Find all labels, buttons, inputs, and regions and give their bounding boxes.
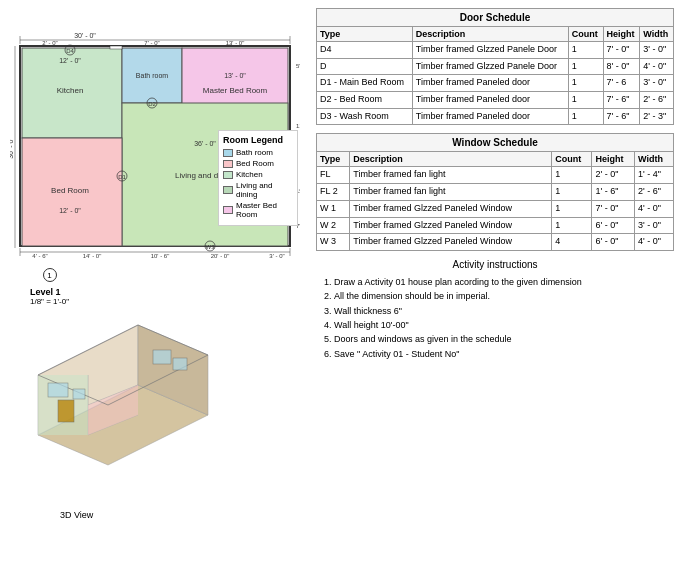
window-table-row: W 2 Timber framed Glzzed Paneled Window … [317,217,674,234]
door-desc: Timber framed Glzzed Panele Door [412,58,568,75]
svg-text:13' - 0": 13' - 0" [224,72,246,79]
win-width: 2' - 6" [635,184,674,201]
win-desc: Timber framed fan light [350,184,552,201]
svg-text:D4: D4 [66,48,74,54]
win-width: 4' - 0" [635,234,674,251]
legend-color-box [223,149,233,157]
win-type: FL 2 [317,184,350,201]
door-table-row: D1 - Main Bed Room Timber framed Paneled… [317,75,674,92]
svg-rect-59 [153,350,171,364]
3d-view [8,295,228,515]
activity-item: Wall height 10'-00" [334,318,674,332]
win-count: 1 [552,217,592,234]
door-col-desc: Description [412,27,568,42]
svg-rect-34 [110,46,122,49]
door-type: D1 - Main Bed Room [317,75,413,92]
window-schedule-title: Window Schedule [316,133,674,151]
win-width: 1' - 4" [635,167,674,184]
door-count: 1 [568,58,603,75]
door-desc: Timber framed Paneled door [412,75,568,92]
window-table-row: FL 2 Timber framed fan light 1 1' - 6" 2… [317,184,674,201]
win-desc: Timber framed Glzzed Paneled Window [350,234,552,251]
room-legend: Room Legend Bath room Bed Room Kitchen L… [218,130,298,226]
door-width: 3' - 0" [640,75,674,92]
door-count: 1 [568,108,603,125]
door-table-row: D2 - Bed Room Timber framed Paneled door… [317,92,674,109]
activity-item: Wall thickness 6" [334,304,674,318]
win-height: 6' - 0" [592,217,635,234]
3d-view-svg [8,295,228,495]
svg-text:7' - 0": 7' - 0" [144,40,159,46]
svg-text:3' - 0": 3' - 0" [269,253,284,259]
svg-rect-58 [73,389,85,399]
legend-item: Living and dining [223,181,293,199]
win-col-height: Height [592,152,635,167]
door-table-row: D4 Timber framed Glzzed Panele Door 1 7'… [317,42,674,59]
svg-text:Master Bed Room: Master Bed Room [203,86,268,95]
svg-text:30' - 0": 30' - 0" [74,32,96,39]
win-type: W 1 [317,200,350,217]
door-desc: Timber framed Paneled door [412,108,568,125]
svg-text:2' - 0": 2' - 0" [42,40,57,46]
legend-color-box [223,171,233,179]
door-height: 8' - 0" [603,58,640,75]
legend-item: Master Bed Room [223,201,293,219]
left-panel: 30' - 0" 36' - 0" Kitchen Bath room Mast… [0,0,310,563]
win-count: 1 [552,184,592,201]
door-width: 2' - 3" [640,108,674,125]
activity-title: Activity instructions [316,259,674,270]
door-col-height: Height [603,27,640,42]
door-schedule-table: Type Description Count Height Width D4 T… [316,26,674,125]
win-col-count: Count [552,152,592,167]
win-desc: Timber framed fan light [350,167,552,184]
svg-rect-57 [48,383,68,397]
activity-list: Draw a Activity 01 house plan acording t… [316,275,674,361]
window-schedule-table: Type Description Count Height Width FL T… [316,151,674,250]
win-col-type: Type [317,152,350,167]
legend-item-label: Master Bed Room [236,201,293,219]
legend-item-label: Bath room [236,148,273,157]
win-height: 2' - 0" [592,167,635,184]
legend-item-label: Living and dining [236,181,293,199]
door-table-row: D3 - Wash Room Timber framed Paneled doo… [317,108,674,125]
legend-item: Kitchen [223,170,293,179]
legend-items: Bath room Bed Room Kitchen Living and di… [223,148,293,219]
win-col-desc: Description [350,152,552,167]
legend-title: Room Legend [223,135,293,145]
door-col-width: Width [640,27,674,42]
svg-text:12' - 0": 12' - 0" [59,57,81,64]
activity-section: Activity instructions Draw a Activity 01… [316,259,674,361]
svg-text:20' - 0": 20' - 0" [211,253,230,259]
svg-text:W3: W3 [206,244,216,250]
svg-rect-61 [58,400,74,422]
win-height: 6' - 0" [592,234,635,251]
svg-text:36' - 0": 36' - 0" [10,137,14,159]
door-count: 1 [568,92,603,109]
door-width: 4' - 0" [640,58,674,75]
door-count: 1 [568,42,603,59]
win-desc: Timber framed Glzzed Paneled Window [350,200,552,217]
svg-text:Bath room: Bath room [136,72,168,79]
door-schedule-title: Door Schedule [316,8,674,26]
win-count: 1 [552,167,592,184]
door-type: D3 - Wash Room [317,108,413,125]
win-type: W 3 [317,234,350,251]
door-schedule-section: Door Schedule Type Description Count Hei… [316,8,674,125]
door-type: D [317,58,413,75]
door-table-row: D Timber framed Glzzed Panele Door 1 8' … [317,58,674,75]
svg-text:D1: D1 [118,174,126,180]
svg-text:4' - 6": 4' - 6" [32,253,47,259]
win-height: 1' - 6" [592,184,635,201]
activity-item: Doors and windows as given in the schedu… [334,332,674,346]
legend-item: Bed Room [223,159,293,168]
door-col-count: Count [568,27,603,42]
legend-item-label: Kitchen [236,170,263,179]
window-table-row: FL Timber framed fan light 1 2' - 0" 1' … [317,167,674,184]
door-type: D2 - Bed Room [317,92,413,109]
legend-item-label: Bed Room [236,159,274,168]
win-col-width: Width [635,152,674,167]
svg-text:12' - 0": 12' - 0" [59,207,81,214]
right-panel: Door Schedule Type Description Count Hei… [310,0,680,563]
activity-item: Save " Activity 01 - Student No" [334,347,674,361]
svg-text:Kitchen: Kitchen [57,86,84,95]
